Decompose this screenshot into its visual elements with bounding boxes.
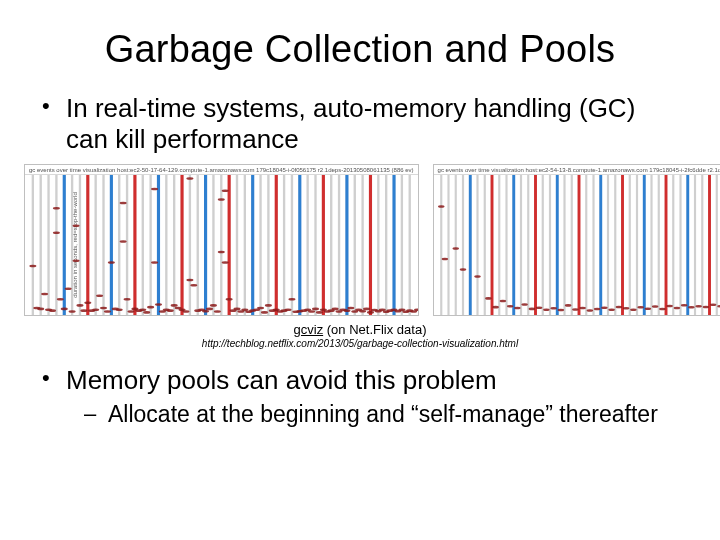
svg-point-251 [572, 308, 579, 311]
svg-point-262 [651, 306, 658, 309]
svg-point-260 [637, 306, 644, 309]
svg-point-80 [84, 302, 91, 305]
chart-right-plot [434, 175, 720, 315]
svg-point-77 [73, 260, 80, 263]
svg-point-79 [80, 310, 87, 313]
svg-point-109 [186, 279, 193, 282]
svg-point-247 [543, 309, 550, 312]
svg-point-265 [673, 307, 680, 310]
slide: Garbage Collection and Pools In real-tim… [0, 0, 720, 540]
svg-point-120 [222, 190, 229, 193]
bullet-2-text: Memory pools can avoid this problem [66, 365, 497, 395]
svg-point-165 [398, 309, 405, 312]
svg-point-71 [53, 232, 60, 235]
svg-point-85 [104, 311, 111, 314]
svg-point-263 [659, 308, 666, 311]
svg-point-137 [288, 298, 295, 301]
svg-point-107 [182, 311, 189, 314]
bullet-list: In real-time systems, auto-memory handli… [40, 93, 680, 154]
svg-point-118 [218, 251, 225, 254]
chart-caption-rest: (on Net.Flix data) [323, 322, 426, 337]
svg-point-69 [49, 310, 56, 313]
svg-point-96 [143, 311, 150, 314]
slide-title: Garbage Collection and Pools [40, 28, 680, 71]
svg-point-156 [363, 308, 370, 311]
chart-caption-tool: gcviz [294, 322, 324, 337]
svg-point-236 [452, 248, 459, 251]
chart-left-svg [25, 175, 418, 315]
svg-point-90 [120, 241, 127, 244]
svg-point-238 [474, 276, 481, 279]
chart-caption: gcviz (on Net.Flix data) [40, 322, 680, 337]
svg-point-143 [312, 308, 319, 311]
svg-point-250 [564, 304, 571, 307]
svg-point-74 [65, 288, 72, 291]
svg-point-89 [120, 202, 127, 205]
svg-point-114 [206, 308, 213, 311]
svg-point-256 [608, 309, 615, 312]
svg-point-151 [343, 310, 350, 313]
svg-point-253 [586, 310, 593, 313]
svg-point-73 [61, 308, 68, 311]
svg-point-125 [241, 309, 248, 312]
svg-point-268 [695, 305, 702, 308]
svg-point-100 [155, 304, 162, 307]
svg-point-243 [514, 307, 521, 310]
svg-point-95 [139, 309, 146, 312]
svg-point-131 [265, 304, 272, 307]
svg-point-67 [41, 293, 48, 296]
chart-left: gc events over time visualization host:e… [24, 164, 419, 316]
svg-point-144 [316, 311, 323, 314]
svg-point-240 [492, 306, 499, 309]
svg-point-123 [233, 308, 240, 311]
svg-point-116 [214, 311, 221, 314]
bullet-2: Memory pools can avoid this problem Allo… [40, 365, 680, 428]
chart-right-frame: gc events over time visualization host:e… [433, 164, 720, 316]
svg-point-92 [127, 311, 134, 314]
chart-left-plot: duration in seconds, red=stop-the-world [25, 175, 418, 315]
svg-point-78 [76, 304, 83, 307]
chart-right-header: gc events over time visualization host:e… [434, 165, 720, 175]
svg-point-97 [147, 306, 154, 309]
svg-point-91 [124, 298, 131, 301]
svg-point-148 [332, 308, 339, 311]
svg-point-246 [535, 307, 542, 310]
bullet-2-sub: Allocate at the beginning and “self-mana… [80, 400, 680, 429]
svg-point-152 [347, 307, 354, 310]
chart-left-header: gc events over time visualization host:e… [25, 165, 418, 175]
svg-point-160 [379, 309, 386, 312]
chart-right-svg [434, 175, 720, 315]
svg-point-157 [367, 311, 374, 314]
svg-point-99 [151, 262, 158, 265]
svg-point-270 [709, 304, 716, 307]
chart-source-link: http://techblog.netflix.com/2013/05/garb… [40, 338, 680, 349]
svg-point-237 [459, 269, 466, 272]
svg-point-72 [57, 298, 64, 301]
svg-point-254 [593, 308, 600, 311]
svg-point-142 [308, 311, 315, 314]
chart-row: gc events over time visualization host:e… [24, 164, 696, 316]
svg-point-266 [680, 304, 687, 307]
svg-point-64 [29, 265, 36, 268]
svg-point-252 [579, 307, 586, 310]
svg-point-86 [108, 262, 115, 265]
svg-point-235 [441, 258, 448, 261]
svg-point-241 [499, 300, 506, 303]
svg-point-239 [485, 297, 492, 300]
bullet-1: In real-time systems, auto-memory handli… [40, 93, 680, 154]
svg-point-119 [222, 262, 229, 265]
svg-point-115 [210, 304, 217, 307]
svg-point-98 [151, 188, 158, 191]
svg-point-104 [171, 304, 178, 307]
svg-point-155 [359, 310, 366, 313]
svg-point-259 [630, 309, 637, 312]
svg-point-257 [615, 306, 622, 309]
svg-point-82 [92, 309, 99, 312]
svg-point-75 [69, 311, 76, 314]
svg-point-66 [37, 308, 44, 311]
svg-point-249 [557, 309, 564, 312]
svg-point-108 [186, 178, 193, 181]
chart-left-frame: gc events over time visualization host:e… [24, 164, 419, 316]
svg-point-117 [218, 199, 225, 202]
svg-point-136 [284, 309, 291, 312]
